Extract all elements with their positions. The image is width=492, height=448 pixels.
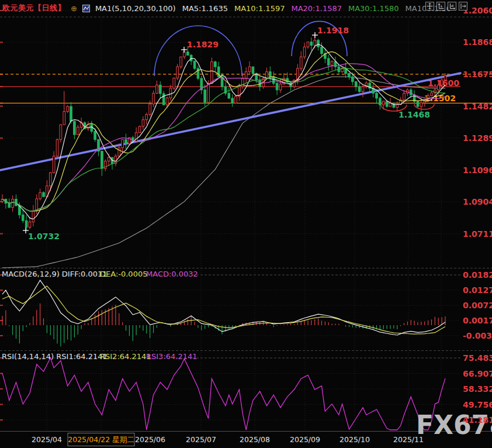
kline-style-icon[interactable] xyxy=(82,5,90,12)
candle xyxy=(376,93,378,98)
fit-x-axis-icon[interactable] xyxy=(448,2,456,11)
candle xyxy=(259,80,261,87)
settings-icon[interactable]: ⊕ xyxy=(71,5,77,12)
macd-axis-label: 0.0182 xyxy=(463,270,492,280)
rsi-axis-label: 49.7568 xyxy=(463,400,492,409)
candle xyxy=(77,127,79,135)
rsi-axis-label: 66.9077 xyxy=(463,369,492,378)
candles-layer xyxy=(1,34,446,230)
x-axis-label: 2025/08 xyxy=(240,435,270,444)
candle xyxy=(279,84,282,90)
candle xyxy=(420,103,422,106)
candle xyxy=(173,78,175,88)
candle xyxy=(214,62,217,67)
candle xyxy=(352,77,354,81)
price-annotation: 1.1918 xyxy=(317,26,349,35)
candle xyxy=(162,94,165,105)
candle xyxy=(252,67,254,73)
macd-panel: MACD(26,12,9) DIFF:0.0011DEA:-0.0005MACD… xyxy=(2,270,445,346)
macd-axis-label: -0.0038 xyxy=(463,331,492,340)
candle xyxy=(56,140,58,156)
candle xyxy=(63,112,65,125)
candle xyxy=(235,97,237,103)
macd-axis-label: 0.0072 xyxy=(463,301,492,310)
candle xyxy=(32,211,34,222)
candle xyxy=(36,199,38,211)
candle xyxy=(317,40,320,47)
candle xyxy=(441,80,443,85)
price-axis-label: 1.0904 xyxy=(463,197,492,206)
title-bar: 欧元美元【日线】 ⊕ MA1(5,10,20,30,100)MA5:1.1635… xyxy=(0,0,492,16)
candle xyxy=(396,105,399,108)
rsi-readout: RSI2:64.2141 xyxy=(100,352,151,361)
ma20-line xyxy=(2,64,445,211)
symbol-title: 欧元美元【日线】 xyxy=(2,3,65,13)
candle xyxy=(207,83,210,102)
candle xyxy=(379,98,382,105)
rsi-readout: RSI(14,14,14) RSI1:64.2141 xyxy=(2,352,108,361)
candle xyxy=(382,101,384,105)
candle xyxy=(389,103,391,106)
rsi-line xyxy=(2,358,445,430)
candle xyxy=(180,57,182,67)
candle xyxy=(204,90,206,102)
candle xyxy=(67,106,69,111)
x-axis-label: 2025/11 xyxy=(393,435,424,444)
candle xyxy=(22,215,24,220)
price-panel: 1.16001.15021.07321.18291.19181.1468 xyxy=(0,21,492,268)
candle xyxy=(266,72,268,78)
candle xyxy=(231,98,234,103)
candle xyxy=(125,140,127,144)
candle xyxy=(362,87,364,91)
selected-date-label: 2025/04/22 星期二 xyxy=(68,435,134,444)
candle xyxy=(348,73,351,77)
ma-readout-item: MA5:1.1635 xyxy=(182,4,228,13)
candle xyxy=(276,83,278,89)
candle xyxy=(25,220,27,227)
candle xyxy=(355,82,357,87)
candle xyxy=(431,93,433,96)
ma-readout-item: MA20:1.1587 xyxy=(291,4,342,13)
rsi-axis-label: 58.3323 xyxy=(463,384,492,394)
candle xyxy=(193,61,196,68)
candle xyxy=(245,72,247,78)
x-axis-label: 2025/09 xyxy=(290,435,320,444)
x-axis-label: 2025/06 xyxy=(135,435,165,444)
ma5-line xyxy=(2,44,445,219)
ma-readout-item: MA10:1.1597 xyxy=(234,4,285,13)
candle xyxy=(417,102,419,106)
dea-line xyxy=(2,286,445,334)
candle xyxy=(228,93,230,98)
candle xyxy=(91,125,93,132)
candle xyxy=(12,199,14,207)
candle xyxy=(327,58,330,65)
candle xyxy=(156,85,158,93)
x-axis-label: 2025/07 xyxy=(186,435,216,444)
candle xyxy=(159,85,161,94)
candle xyxy=(70,106,72,121)
candle xyxy=(310,42,313,46)
candle xyxy=(410,90,412,95)
chart-canvas[interactable]: 1.16001.15021.07321.18291.19181.1468MACD… xyxy=(0,0,492,448)
ma100-line xyxy=(2,77,445,268)
x-axis-label: 2025/10 xyxy=(339,435,370,444)
candle xyxy=(29,222,31,228)
candle xyxy=(307,42,309,47)
shift-right-icon[interactable] xyxy=(459,2,467,11)
pan-crosshair-icon[interactable] xyxy=(425,2,434,11)
watermark: FX678 xyxy=(416,410,492,440)
fit-y-axis-icon[interactable] xyxy=(436,2,445,11)
macd-readout: MACD:0.0032 xyxy=(146,270,198,278)
price-axis-label: 1.1289 xyxy=(463,133,492,143)
candle xyxy=(403,93,406,99)
candle xyxy=(39,192,41,199)
candle xyxy=(142,120,144,126)
candle xyxy=(145,115,148,120)
macd-readout: MACD(26,12,9) DIFF:0.0011 xyxy=(2,270,108,278)
chart-toolbar xyxy=(425,2,467,11)
price-axis-label: 1.0711 xyxy=(463,229,492,239)
ma-readout-item: MA1(5,10,20,30,100) xyxy=(95,4,176,13)
axes: 1.20601.18681.16751.14821.12891.10961.09… xyxy=(32,6,492,446)
candle xyxy=(149,104,151,115)
price-axis-label: 1.1868 xyxy=(463,37,492,47)
